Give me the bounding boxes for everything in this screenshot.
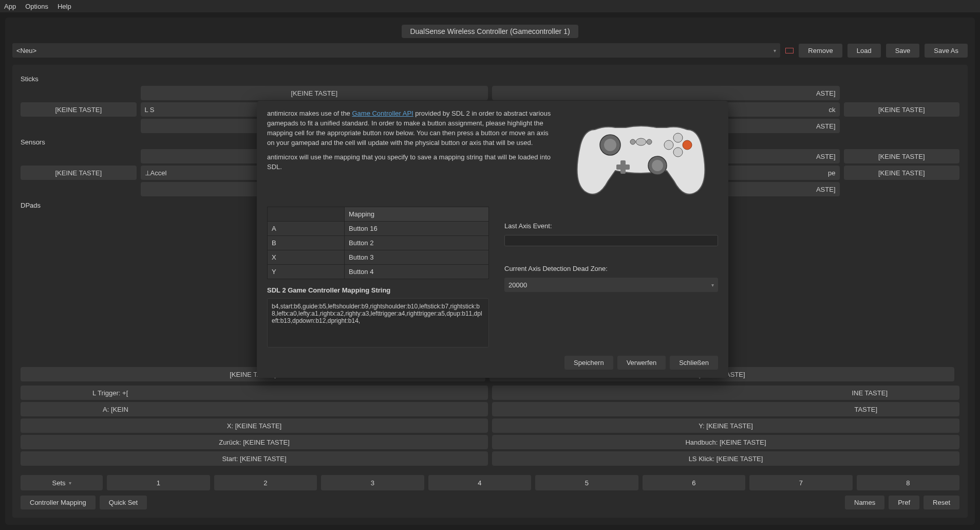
device-name-chip: DualSense Wireless Controller (Gamecontr…: [402, 25, 578, 38]
svg-point-3: [652, 160, 663, 171]
set-6[interactable]: 6: [643, 475, 746, 490]
pref-button[interactable]: Pref: [889, 496, 919, 509]
svg-point-1: [604, 139, 616, 151]
dialog-save-button[interactable]: Speichern: [564, 356, 613, 370]
sensor-cell[interactable]: [KEINE TASTE]: [844, 149, 960, 163]
start-cell[interactable]: Start: [KEINE TASTE]: [21, 451, 488, 466]
dialog-discard-button[interactable]: Verwerfen: [617, 356, 666, 370]
sets-row: Sets ▾ 1 2 3 4 5 6 7 8: [21, 475, 959, 490]
guide-cell[interactable]: Handbuch: [KEINE TASTE]: [492, 435, 959, 449]
x-cell[interactable]: X: [KEINE TASTE]: [21, 418, 488, 433]
stick-cell[interactable]: [KEINE TASTE]: [844, 102, 960, 117]
deadzone-label: Current Axis Detection Dead Zone:: [504, 265, 718, 272]
svg-point-4: [673, 133, 683, 142]
deadzone-select[interactable]: 20000 ▾: [504, 278, 718, 292]
last-axis-input[interactable]: [504, 235, 718, 246]
set-2[interactable]: 2: [214, 475, 317, 490]
menu-help[interactable]: Help: [58, 3, 71, 10]
load-button[interactable]: Load: [847, 44, 881, 58]
stick-cell[interactable]: ASTE]: [492, 86, 840, 100]
menubar: App Options Help: [0, 0, 980, 12]
menu-options[interactable]: Options: [25, 3, 48, 10]
chevron-down-icon: ▾: [774, 48, 776, 53]
svg-point-7: [664, 140, 673, 150]
set-4[interactable]: 4: [428, 475, 532, 490]
mapping-row-x[interactable]: XButton 3: [268, 250, 489, 265]
sets-label: Sets: [52, 479, 65, 487]
mapping-row-a[interactable]: AButton 16: [268, 222, 489, 236]
profile-toolbar: <Neu> ▾ Remove Load Save Save As: [12, 43, 968, 58]
reset-button[interactable]: Reset: [924, 496, 959, 509]
y-cell[interactable]: Y: [KEINE TASTE]: [492, 418, 959, 433]
mapping-table[interactable]: Mapping AButton 16 BButton 2 XButton 3 Y…: [267, 207, 489, 279]
bottom-bar: Controller Mapping Quick Set Names Pref …: [21, 496, 959, 509]
stick-cell[interactable]: [KEINE TASTE]: [21, 102, 137, 117]
sensor-cell[interactable]: [KEINE TASTE]: [21, 166, 137, 180]
last-axis-label: Last Axis Event:: [504, 222, 718, 230]
profile-select[interactable]: <Neu> ▾: [12, 43, 780, 58]
set-5[interactable]: 5: [535, 475, 638, 490]
mapping-dialog: antimicrox makes use of the Game Control…: [257, 101, 728, 378]
sensor-cell[interactable]: [KEINE TASTE]: [844, 166, 960, 180]
save-button[interactable]: Save: [886, 44, 920, 58]
svg-point-10: [630, 139, 635, 144]
mapping-string-textarea[interactable]: b4,start:b6,guide:b5,leftshoulder:b9,rig…: [267, 298, 489, 348]
record-indicator-icon: [785, 48, 794, 53]
menu-app[interactable]: App: [4, 3, 16, 10]
mapping-header-blank: [268, 207, 345, 222]
dialog-intro-text: antimicrox makes use of the Game Control…: [267, 109, 554, 202]
deadzone-value: 20000: [508, 281, 527, 289]
l-trigger-cell[interactable]: L Trigger: +[: [21, 386, 488, 400]
svg-rect-9: [616, 165, 630, 170]
profile-name: <Neu>: [16, 47, 36, 54]
game-controller-api-link[interactable]: Game Controller API: [352, 109, 413, 117]
r-trigger-cell[interactable]: INE TASTE]: [492, 386, 959, 400]
sticks-label: Sticks: [21, 75, 959, 83]
names-button[interactable]: Names: [845, 496, 884, 509]
mapping-row-y[interactable]: YButton 4: [268, 265, 489, 279]
set-8[interactable]: 8: [857, 475, 960, 490]
chevron-down-icon: ▾: [711, 282, 714, 288]
ls-click-cell[interactable]: LS Klick: [KEINE TASTE]: [492, 451, 959, 466]
set-1[interactable]: 1: [107, 475, 210, 490]
b-cell[interactable]: TASTE]: [492, 402, 959, 416]
back-cell[interactable]: Zurück: [KEINE TASTE]: [21, 435, 488, 449]
controller-mapping-button[interactable]: Controller Mapping: [21, 496, 96, 509]
svg-point-5: [683, 140, 692, 150]
set-3[interactable]: 3: [321, 475, 424, 490]
svg-point-11: [647, 139, 652, 144]
sets-dropdown[interactable]: Sets ▾: [21, 475, 103, 490]
mapping-header-mapping: Mapping: [345, 207, 489, 222]
svg-point-6: [673, 148, 683, 157]
stick-cell[interactable]: [KEINE TASTE]: [141, 86, 488, 100]
remove-button[interactable]: Remove: [799, 44, 842, 58]
dialog-buttons: Speichern Verwerfen Schließen: [267, 356, 718, 370]
dialog-close-button[interactable]: Schließen: [670, 356, 718, 370]
mapping-string-label: SDL 2 Game Controller Mapping String: [267, 286, 489, 294]
quick-set-button[interactable]: Quick Set: [100, 496, 147, 509]
set-7[interactable]: 7: [749, 475, 853, 490]
controller-diagram: [564, 109, 718, 202]
a-cell[interactable]: A: [KEIN: [21, 402, 488, 416]
save-as-button[interactable]: Save As: [925, 44, 968, 58]
chevron-down-icon: ▾: [69, 480, 71, 486]
mapping-row-b[interactable]: BButton 2: [268, 236, 489, 250]
svg-point-12: [636, 138, 646, 145]
